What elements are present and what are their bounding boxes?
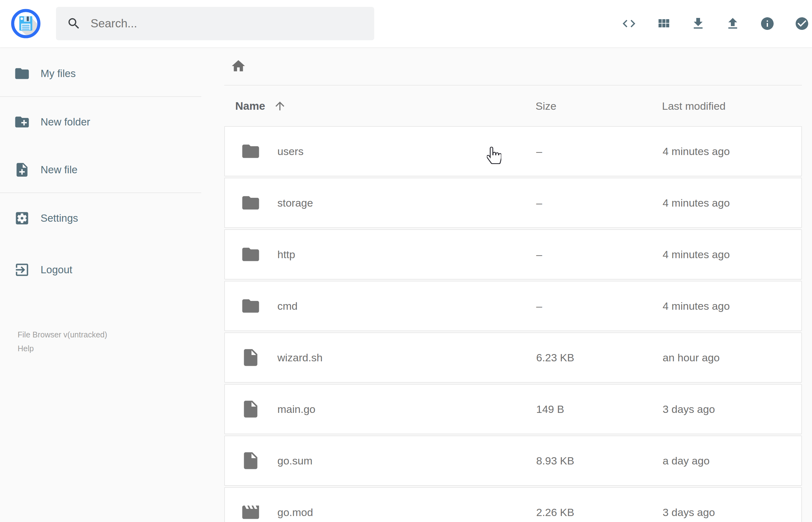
settings-icon <box>14 210 30 226</box>
file-name: go.sum <box>277 455 312 467</box>
file-name: wizard.sh <box>277 352 323 364</box>
file-modified: 3 days ago <box>663 403 715 416</box>
file-size: – <box>536 300 542 312</box>
file-icon <box>241 399 261 419</box>
file-modified: an hour ago <box>663 352 720 364</box>
file-row-wizard.sh[interactable]: wizard.sh 6.23 KB an hour ago <box>224 333 802 383</box>
sidebar-item-settings[interactable]: Settings <box>0 202 207 234</box>
file-size: 149 B <box>536 403 564 416</box>
upload-icon[interactable] <box>725 16 740 31</box>
file-size: – <box>536 197 542 209</box>
sidebar-item-label: New folder <box>41 116 90 128</box>
code-icon[interactable] <box>622 16 636 31</box>
help-link[interactable]: Help <box>18 341 34 355</box>
file-row-cmd[interactable]: cmd – 4 minutes ago <box>224 281 802 331</box>
folder-icon <box>241 244 261 264</box>
listing-header: Name Size Last modified <box>224 85 802 126</box>
note-add-icon <box>14 162 30 178</box>
file-name: storage <box>277 197 313 209</box>
file-modified: 4 minutes ago <box>663 197 730 209</box>
sidebar-item-new-file[interactable]: New file <box>0 154 207 185</box>
breadcrumb <box>224 47 802 85</box>
main-content: Name Size Last modified users – 4 minute… <box>224 47 802 522</box>
create-new-folder-icon <box>14 114 30 130</box>
sort-ascending-icon <box>273 99 286 113</box>
folder-icon <box>14 65 30 82</box>
column-header-name[interactable]: Name <box>235 99 286 113</box>
view-module-icon[interactable] <box>656 16 671 31</box>
file-size: 6.23 KB <box>536 352 574 364</box>
sidebar-item-label: Settings <box>41 212 78 224</box>
file-size: 8.93 KB <box>536 455 574 467</box>
logout-icon <box>14 262 30 278</box>
folder-icon <box>241 141 261 161</box>
toolbar-actions <box>622 16 812 31</box>
file-icon <box>241 347 261 367</box>
file-row-users[interactable]: users – 4 minutes ago <box>224 126 802 176</box>
search-input[interactable] <box>90 17 364 31</box>
filebrowser-app: { "app_title": "File Browser", "colors":… <box>0 0 812 522</box>
file-name: http <box>277 248 295 261</box>
file-modified: 4 minutes ago <box>663 248 730 261</box>
search-icon <box>67 16 81 31</box>
movie-icon <box>241 502 261 522</box>
file-icon <box>241 450 261 471</box>
sidebar-item-logout[interactable]: Logout <box>0 254 207 285</box>
file-name: main.go <box>277 403 316 416</box>
file-modified: 4 minutes ago <box>663 300 730 312</box>
column-header-modified[interactable]: Last modified <box>662 100 726 112</box>
top-bar <box>0 0 812 47</box>
file-size: – <box>536 145 542 158</box>
file-row-main.go[interactable]: main.go 149 B 3 days ago <box>224 384 802 434</box>
file-modified: 4 minutes ago <box>663 145 730 158</box>
file-modified: a day ago <box>663 455 709 467</box>
folder-icon <box>241 296 261 316</box>
sidebar: My files New folder New file Settings Lo… <box>0 47 207 355</box>
file-row-storage[interactable]: storage – 4 minutes ago <box>224 178 802 228</box>
filebrowser-logo-icon[interactable] <box>11 8 41 39</box>
app-version-text: File Browser v(untracked) <box>18 328 207 341</box>
sidebar-item-my-files[interactable]: My files <box>0 58 207 89</box>
sidebar-item-label: New file <box>41 164 77 176</box>
folder-icon <box>241 193 261 213</box>
home-icon[interactable] <box>230 58 246 74</box>
file-row-http[interactable]: http – 4 minutes ago <box>224 229 802 280</box>
sidebar-divider <box>0 96 201 97</box>
sidebar-item-label: My files <box>41 67 76 80</box>
file-row-go.sum[interactable]: go.sum 8.93 KB a day ago <box>224 436 802 486</box>
file-size: – <box>536 248 542 261</box>
search-bar[interactable] <box>56 7 374 40</box>
column-header-size[interactable]: Size <box>535 100 556 112</box>
sidebar-divider <box>0 193 201 193</box>
sidebar-item-label: Logout <box>41 264 72 276</box>
sidebar-footer: File Browser v(untracked) Help <box>0 328 207 355</box>
file-name: users <box>277 145 303 158</box>
file-modified: 3 days ago <box>663 506 715 519</box>
info-icon[interactable] <box>760 16 775 31</box>
download-icon[interactable] <box>691 16 706 31</box>
file-name: go.mod <box>277 506 313 519</box>
file-row-go.mod[interactable]: go.mod 2.26 KB 3 days ago <box>224 487 802 522</box>
sidebar-item-new-folder[interactable]: New folder <box>0 106 207 138</box>
file-listing: users – 4 minutes ago storage – 4 minute… <box>224 126 802 522</box>
check-circle-icon[interactable] <box>794 16 810 31</box>
file-name: cmd <box>277 300 298 312</box>
file-size: 2.26 KB <box>536 506 574 519</box>
